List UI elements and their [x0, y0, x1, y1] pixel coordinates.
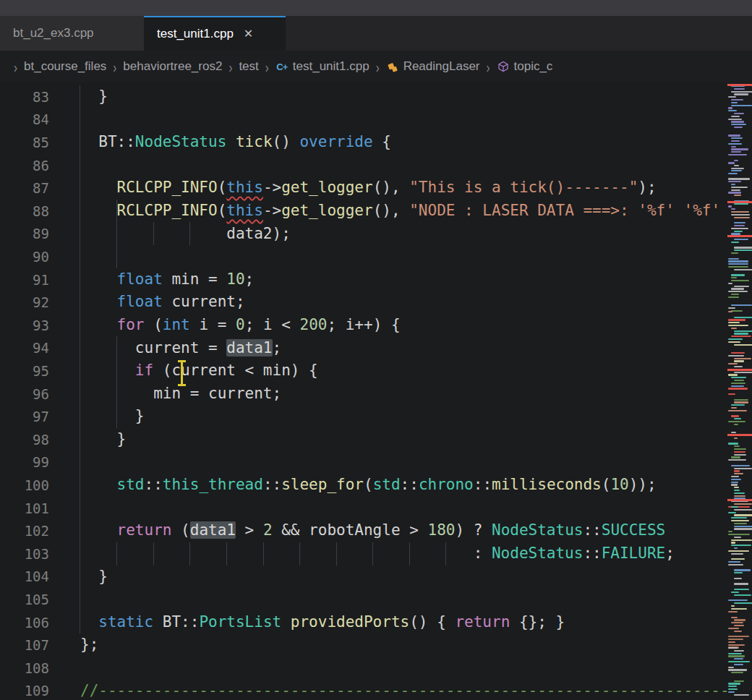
code-text: std::this_thread::sleep_for(std::chrono:… — [49, 474, 657, 497]
code-line[interactable]: 96 min = current; — [0, 383, 727, 406]
code-line[interactable]: 107}; — [0, 633, 727, 657]
code-line[interactable]: 106 static BT::PortsList providedPorts()… — [0, 611, 727, 634]
breadcrumb-item-test[interactable]: test — [239, 59, 258, 74]
tab-close-icon[interactable]: ✕ — [244, 28, 253, 40]
code-line[interactable]: 103 : NodeStatus::FAILURE; — [0, 542, 727, 565]
window-titlebar — [0, 0, 752, 16]
code-line[interactable]: 85 BT::NodeStatus tick() override { — [0, 131, 727, 154]
code-line[interactable]: 101 — [0, 497, 727, 520]
code-line[interactable]: 99 — [0, 451, 727, 474]
code-text: } — [49, 85, 108, 108]
code-line[interactable]: 86 — [0, 154, 727, 177]
breadcrumb: ›bt_course_files›behaviortree_ros2›test›… — [0, 51, 752, 82]
line-number: 107 — [0, 637, 49, 653]
line-number: 87 — [0, 180, 49, 196]
tab-test-unit1[interactable]: test_unit1.cpp ✕ — [144, 16, 286, 51]
code-line[interactable]: 100 std::this_thread::sleep_for(std::chr… — [0, 474, 727, 497]
code-text: } — [49, 428, 126, 451]
code-text: if (current < min) { — [49, 359, 318, 383]
code-text: RCLCPP_INFO(this->get_logger(), "NODE : … — [49, 200, 720, 223]
code-line[interactable]: 91 float min = 10; — [0, 268, 727, 291]
breadcrumb-label: topic_c — [514, 59, 553, 74]
code-area[interactable]: 83 }8485 BT::NodeStatus tick() override … — [0, 82, 727, 700]
line-number: 98 — [0, 432, 49, 448]
chevron-right-icon: › — [265, 59, 269, 74]
code-text: } — [49, 405, 145, 428]
line-number: 100 — [0, 477, 49, 493]
line-number: 92 — [0, 294, 49, 310]
code-text: data2); — [49, 223, 291, 246]
breadcrumb-label: bt_course_files — [24, 59, 106, 74]
code-text: RCLCPP_INFO(this->get_logger(), "This is… — [49, 176, 657, 200]
code-line[interactable]: 105 — [0, 588, 727, 611]
code-line[interactable]: 84 — [0, 108, 727, 132]
line-number: 102 — [0, 523, 49, 539]
breadcrumb-label: behaviortree_ros2 — [123, 59, 222, 74]
code-text: }; — [49, 633, 98, 657]
chevron-right-icon: › — [376, 59, 380, 74]
code-text: } — [49, 565, 108, 589]
line-number: 83 — [0, 89, 49, 105]
line-number: 106 — [0, 615, 49, 631]
minimap-error-mark — [727, 369, 752, 371]
breadcrumb-item-topic-c[interactable]: topic_c — [497, 59, 553, 74]
code-text: min = current; — [49, 383, 281, 406]
code-line[interactable]: 109//-----------------------------------… — [0, 680, 727, 700]
code-text: BT::NodeStatus tick() override { — [49, 131, 391, 154]
line-number: 93 — [0, 317, 49, 333]
line-number: 91 — [0, 272, 49, 288]
minimap[interactable] — [727, 82, 752, 700]
line-number: 88 — [0, 203, 49, 219]
tab-bt-u2-ex3[interactable]: bt_u2_ex3.cpp — [0, 16, 144, 51]
minimap-error-mark — [727, 499, 752, 501]
code-line[interactable]: 104 } — [0, 565, 727, 589]
code-text: return (data1 > 2 && robotAngle > 180) ?… — [49, 519, 665, 542]
breadcrumb-item-test-unit1-cpp[interactable]: C+test_unit1.cpp — [275, 59, 369, 74]
class-symbol-icon — [386, 60, 399, 73]
tab-bar: bt_u2_ex3.cpp test_unit1.cpp ✕ — [0, 16, 752, 51]
line-number: 96 — [0, 386, 49, 402]
minimap-error-mark — [727, 235, 752, 237]
breadcrumb-item-bt-course-files[interactable]: bt_course_files — [24, 59, 106, 74]
minimap-error-mark — [727, 434, 752, 436]
method-symbol-icon — [497, 60, 510, 73]
code-line[interactable]: 108 — [0, 657, 727, 680]
code-text: current = data1; — [49, 337, 281, 360]
line-number: 101 — [0, 500, 49, 516]
editor[interactable]: 83 }8485 BT::NodeStatus tick() override … — [0, 82, 752, 700]
code-text: static BT::PortsList providedPorts() { r… — [49, 611, 565, 634]
line-number: 94 — [0, 340, 49, 356]
code-text: : NodeStatus::FAILURE; — [49, 542, 675, 565]
line-number: 108 — [0, 660, 49, 676]
code-line[interactable]: 89 data2); — [0, 223, 727, 246]
line-number: 97 — [0, 409, 49, 424]
line-number: 84 — [0, 111, 49, 127]
line-number: 103 — [0, 546, 49, 562]
chevron-right-icon: › — [113, 59, 116, 74]
line-number: 86 — [0, 158, 49, 174]
breadcrumb-item-readinglaser[interactable]: ReadingLaser — [386, 59, 480, 74]
line-number: 99 — [0, 454, 49, 470]
code-line[interactable]: 92 float current; — [0, 291, 727, 314]
code-line[interactable]: 95 if (current < min) { — [0, 359, 727, 383]
line-number: 89 — [0, 226, 49, 242]
breadcrumb-label: ReadingLaser — [403, 59, 480, 74]
chevron-right-icon: › — [14, 59, 17, 74]
code-line[interactable]: 83 } — [0, 85, 727, 108]
code-line[interactable]: 102 return (data1 > 2 && robotAngle > 18… — [0, 519, 727, 542]
code-line[interactable]: 90 — [0, 245, 727, 268]
tab-label: bt_u2_ex3.cpp — [13, 26, 94, 40]
vscode-window: bt_u2_ex3.cpp test_unit1.cpp ✕ ›bt_cours… — [0, 0, 752, 700]
code-line[interactable]: 87 RCLCPP_INFO(this->get_logger(), "This… — [0, 176, 727, 200]
code-text: float current; — [49, 291, 245, 314]
code-line[interactable]: 88 RCLCPP_INFO(this->get_logger(), "NODE… — [0, 200, 727, 223]
code-line[interactable]: 93 for (int i = 0; i < 200; i++) { — [0, 314, 727, 337]
code-line[interactable]: 98 } — [0, 428, 727, 451]
code-line[interactable]: 94 current = data1; — [0, 337, 727, 360]
minimap-error-mark — [727, 201, 752, 203]
line-number: 104 — [0, 568, 49, 584]
chevron-right-icon: › — [228, 59, 232, 74]
code-line[interactable]: 97 } — [0, 405, 727, 428]
chevron-right-icon: › — [487, 59, 490, 74]
breadcrumb-item-behaviortree-ros2[interactable]: behaviortree_ros2 — [123, 59, 222, 74]
